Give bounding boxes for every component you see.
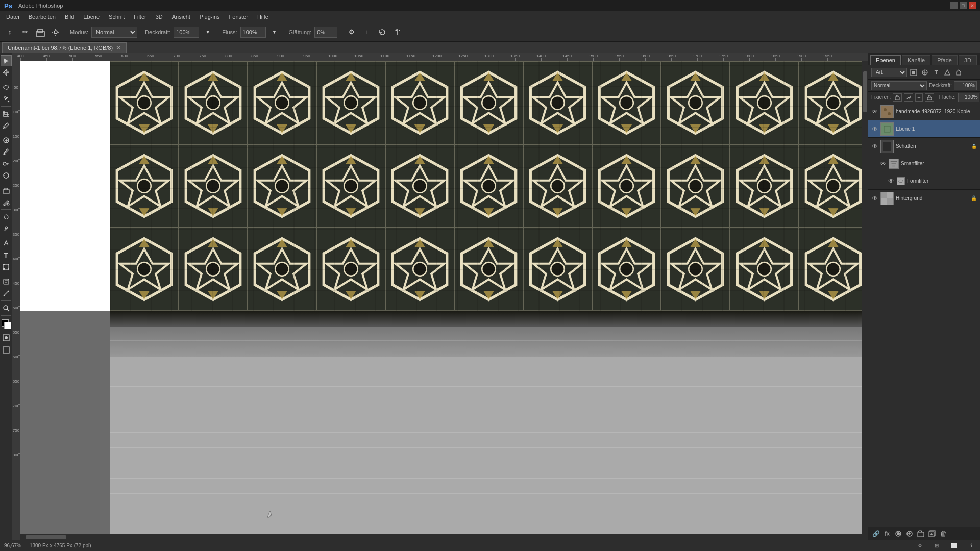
tool-notes[interactable] (1, 276, 12, 287)
close-button[interactable]: ✕ (969, 2, 976, 9)
layer-filter-text-btn[interactable]: T (932, 68, 941, 77)
color-foreground[interactable] (1, 318, 12, 330)
menu-filter[interactable]: Filter (130, 13, 150, 21)
eye-hintergrund[interactable]: 👁 (871, 195, 878, 202)
tool-measure[interactable] (1, 288, 12, 299)
tab-3d[interactable]: 3D (959, 55, 977, 65)
layer-ebene1[interactable]: 👁 Ebene 1 (868, 120, 980, 138)
eye-formfilter[interactable]: 👁 (888, 178, 895, 185)
layer-smartfilter[interactable]: 👁 Smartfilter (868, 155, 980, 172)
layer-type-filter[interactable]: Art (871, 68, 907, 77)
flache-input[interactable] (958, 93, 979, 102)
lock-transparent-btn[interactable] (893, 93, 902, 102)
minimize-button[interactable]: ─ (950, 2, 958, 9)
tool-text[interactable]: T (1, 249, 12, 261)
tool-zoom[interactable] (1, 303, 12, 314)
status-screens-btn[interactable]: ⬜ (949, 541, 959, 550)
link-layers-btn[interactable]: 🔗 (871, 529, 880, 538)
tool-eyedrop[interactable] (1, 120, 12, 131)
maximize-button[interactable]: □ (960, 2, 967, 9)
menu-hilfe[interactable]: Hilfe (253, 13, 273, 21)
status-settings-btn[interactable]: ⚙ (916, 542, 924, 550)
add-mask-btn[interactable] (894, 529, 903, 538)
menu-ebene[interactable]: Ebene (79, 13, 104, 21)
tool-history[interactable] (1, 170, 12, 181)
tool-brush[interactable] (1, 146, 12, 158)
layer-filter-adj-btn[interactable] (920, 68, 929, 77)
eraser-tool-btn[interactable] (34, 26, 47, 39)
modus-select[interactable]: Normal Multiplizieren Bildschirm (91, 27, 137, 38)
layer-filter-shape-btn[interactable] (943, 68, 952, 77)
glattung-input[interactable] (314, 27, 337, 38)
tool-path[interactable] (1, 261, 12, 272)
eye-handmade-kopie[interactable]: 👁 (871, 108, 878, 115)
layer-style-btn[interactable]: fx (883, 529, 892, 538)
deckkraft-input[interactable] (954, 81, 977, 90)
layer-hintergrund[interactable]: 👁 Hintergrund 🔒 (868, 190, 980, 207)
tool-clone[interactable] (1, 158, 12, 169)
status-snap-btn[interactable]: ⊞ (932, 541, 941, 550)
doc-tab-close[interactable]: ✕ (116, 45, 121, 51)
gear-btn[interactable]: ⚙ (345, 26, 358, 39)
menu-datei[interactable]: Datei (2, 13, 23, 21)
eye-smartfilter[interactable]: 👁 (879, 160, 887, 167)
menu-bild[interactable]: Bild (61, 13, 78, 21)
lock-all-btn[interactable] (925, 93, 934, 102)
plus-btn[interactable]: + (360, 26, 374, 39)
h-scrollbar-thumb[interactable] (26, 535, 66, 539)
menu-schrift[interactable]: Schrift (105, 13, 129, 21)
tool-blur[interactable] (1, 211, 12, 222)
deckdraft-input[interactable] (174, 27, 199, 38)
delete-layer-btn[interactable] (939, 529, 948, 538)
doc-tab[interactable]: Unbenannt-1 bei 98,7% (Ebene 1, RGB/8) ✕ (2, 42, 127, 53)
eye-schatten[interactable]: 👁 (871, 143, 878, 150)
tool-magic[interactable] (1, 93, 12, 105)
fluss-input[interactable] (240, 27, 266, 38)
layer-filter-smart-btn[interactable] (954, 68, 963, 77)
screen-mode-btn[interactable] (1, 344, 12, 356)
status-info-btn[interactable]: ℹ (967, 541, 976, 550)
blend-mode-select[interactable]: Normal Multiplizieren Bildschirm Überlag… (871, 81, 927, 90)
move-tool-btn[interactable]: ↕ (3, 26, 16, 39)
lock-position-btn[interactable]: + (915, 93, 922, 102)
layer-formfilter[interactable]: 👁 Formfilter (868, 172, 980, 190)
menu-bearbeiten[interactable]: Bearbeiten (24, 13, 60, 21)
symmetry-btn[interactable] (391, 26, 404, 39)
layer-filter-pixel-btn[interactable] (909, 68, 918, 77)
tool-move[interactable] (1, 67, 12, 78)
canvas-viewport[interactable] (20, 61, 868, 540)
eye-ebene1[interactable]: 👁 (871, 126, 878, 133)
tool-dodge[interactable] (1, 223, 12, 234)
tab-pfade[interactable]: Pfade (932, 55, 958, 65)
vertical-scrollbar[interactable] (862, 61, 868, 534)
deckdraft-arrow[interactable]: ▼ (201, 26, 214, 39)
ruler-label-h: 850 (251, 54, 258, 58)
menu-3d[interactable]: 3D (152, 13, 167, 21)
new-group-btn[interactable] (916, 529, 925, 538)
v-scrollbar-thumb[interactable] (863, 71, 867, 112)
tool-crop[interactable] (1, 108, 12, 119)
brush-tool-btn[interactable]: ✏ (18, 26, 32, 39)
menu-fenster[interactable]: Fenster (225, 13, 252, 21)
tab-kanale[interactable]: Kanäle (902, 55, 930, 65)
ruler-label-h: 1950 (823, 54, 832, 58)
horizontal-scrollbar[interactable] (20, 534, 868, 540)
new-layer-btn[interactable] (927, 529, 937, 538)
tool-pen[interactable] (1, 238, 12, 249)
menu-ansicht[interactable]: Ansicht (168, 13, 194, 21)
settings-btn[interactable] (49, 26, 62, 39)
layer-handmade-kopie[interactable]: 👁 handmade-4926872_1920 Kopie (868, 103, 980, 120)
tool-select[interactable] (1, 55, 12, 66)
tool-fill[interactable] (1, 196, 12, 208)
layer-schatten[interactable]: 👁 Schatten 🔒 (868, 138, 980, 155)
tool-erase[interactable] (1, 185, 12, 196)
fluss-arrow[interactable]: ▼ (268, 26, 281, 39)
menu-plugins[interactable]: Plug-ins (195, 13, 224, 21)
tool-heal[interactable] (1, 135, 12, 146)
tab-ebenen[interactable]: Ebenen (870, 55, 901, 65)
quick-mask-btn[interactable] (1, 332, 12, 343)
lock-image-btn[interactable] (904, 93, 913, 102)
reset-btn[interactable] (376, 26, 389, 39)
tool-lasso[interactable] (1, 82, 12, 93)
new-adjustment-btn[interactable] (905, 529, 914, 538)
